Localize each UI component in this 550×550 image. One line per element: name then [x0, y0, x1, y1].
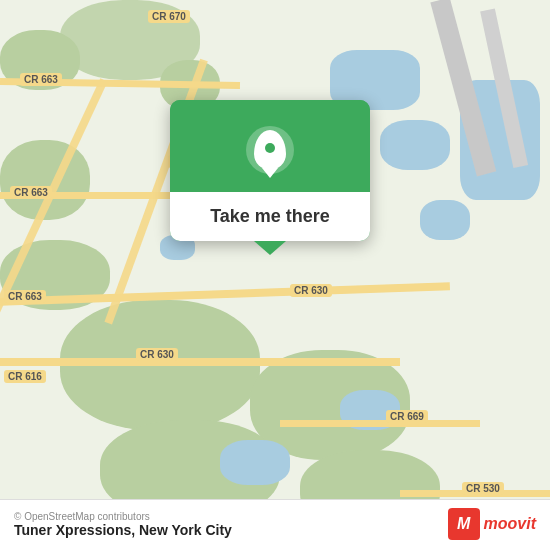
- label-cr630-2: CR 630: [136, 348, 178, 361]
- popup-card: Take me there: [170, 100, 370, 241]
- popup-card-bottom: Take me there: [170, 192, 370, 241]
- moovit-icon: [448, 508, 480, 540]
- pin-outer: [246, 126, 294, 174]
- label-cr670: CR 670: [148, 10, 190, 23]
- label-cr669: CR 669: [386, 410, 428, 423]
- label-cr616-3: CR 616: [4, 370, 46, 383]
- pin-inner: [254, 130, 286, 170]
- location-pin: [244, 124, 296, 176]
- bottom-bar-info: © OpenStreetMap contributors Tuner Xpres…: [14, 511, 232, 538]
- label-cr663-1: CR 663: [20, 73, 62, 86]
- pin-dot: [265, 143, 275, 153]
- water-6: [220, 440, 290, 485]
- bottom-bar: © OpenStreetMap contributors Tuner Xpres…: [0, 499, 550, 550]
- water-2: [380, 120, 450, 170]
- take-me-there-button[interactable]: Take me there: [210, 206, 330, 227]
- water-4: [420, 200, 470, 240]
- moovit-logo[interactable]: moovit: [448, 508, 536, 540]
- road-horizontal-2: [0, 358, 400, 366]
- moovit-text: moovit: [484, 515, 536, 533]
- popup-pointer: [254, 241, 286, 255]
- label-cr530: CR 530: [462, 482, 504, 495]
- road-horizontal-5: [280, 420, 480, 427]
- popup-card-top: [170, 100, 370, 192]
- label-cr663-2: CR 663: [10, 186, 52, 199]
- location-name: Tuner Xpressions, New York City: [14, 522, 232, 538]
- osm-attribution: © OpenStreetMap contributors: [14, 511, 232, 522]
- map-container: CR 670 CR 663 CR 663 CR 663 CR 616 CR 61…: [0, 0, 550, 550]
- label-cr630-1: CR 630: [290, 284, 332, 297]
- label-cr663-3: CR 663: [4, 290, 46, 303]
